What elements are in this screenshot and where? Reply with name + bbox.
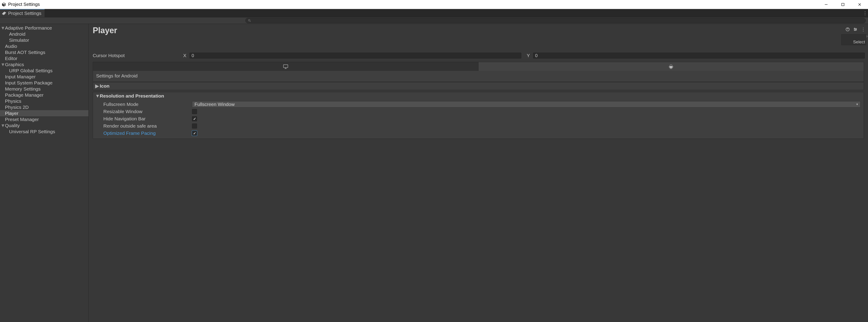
render-outside-safe-row: Render outside safe area [93,122,864,130]
preset-icon[interactable] [853,27,858,32]
sidebar-item-editor[interactable]: ▼Editor [0,55,88,62]
sidebar-item-label: Player [5,111,19,116]
foldout-resolution: ▼ Resolution and Presentation Fullscreen… [93,92,864,139]
foldout-icon: ▶ Icon [93,82,864,90]
sidebar-item-label: Package Manager [5,92,43,98]
sidebar-item-graphics[interactable]: ▼Graphics [0,62,88,68]
texture-select-button[interactable]: Select [841,34,866,45]
chevron-down-icon: ▼ [1,123,5,128]
sidebar-item-physics[interactable]: ▼Physics [0,98,88,104]
svg-rect-21 [669,66,670,68]
hide-nav-bar-label: Hide Navigation Bar [103,116,192,121]
x-axis-label: X [183,53,189,58]
tab-project-settings[interactable]: Project Settings [0,9,44,17]
platform-tab-desktop[interactable] [93,62,478,71]
sidebar-item-input-manager[interactable]: ▼Input Manager [0,74,88,80]
android-icon [668,64,674,69]
fullscreen-mode-dropdown[interactable]: Fullscreen Window ▼ [192,101,861,107]
sidebar-item-android[interactable]: Android [0,31,88,37]
svg-rect-24 [672,68,672,69]
sidebar-item-preset-manager[interactable]: ▼Preset Manager [0,116,88,122]
platform-tab-android[interactable] [478,62,864,71]
sidebar-item-label: Input Manager [5,74,35,79]
sidebar-item-adaptive-performance[interactable]: ▼Adaptive Performance [0,25,88,31]
sidebar-item-label: Memory Settings [5,86,41,92]
sidebar-item-label: Physics [5,99,21,104]
settings-category-sidebar[interactable]: ▼Adaptive PerformanceAndroidSimulator▼Au… [0,24,89,322]
tab-label: Project Settings [8,11,41,16]
gear-icon [2,11,6,15]
hide-nav-bar-checkbox[interactable] [192,116,197,121]
sidebar-item-label: Simulator [9,37,29,43]
sidebar-item-label: Universal RP Settings [9,129,55,134]
sidebar-item-label: Adaptive Performance [5,25,52,31]
foldout-resolution-title: Resolution and Presentation [100,93,164,99]
help-icon[interactable] [845,27,850,32]
resizable-window-checkbox[interactable] [192,109,197,114]
sidebar-item-player[interactable]: ▼Player [0,110,88,116]
sidebar-item-urp-global-settings[interactable]: URP Global Settings [0,68,88,74]
sidebar-item-label: Physics 2D [5,105,29,110]
sidebar-item-quality[interactable]: ▼Quality [0,122,88,129]
window-close-button[interactable] [851,0,868,9]
svg-point-16 [855,30,855,31]
settings-search-field[interactable] [245,18,866,23]
svg-point-7 [248,20,250,21]
resizable-window-row: Resizable Window [93,108,864,115]
settings-search-input[interactable] [252,19,863,22]
settings-for-label: Settings for Android [96,73,861,81]
render-outside-safe-label: Render outside safe area [103,123,192,129]
foldout-resolution-header[interactable]: ▼ Resolution and Presentation [93,92,864,100]
sidebar-item-label: Android [9,31,25,37]
cursor-hotspot-x-input[interactable] [189,52,521,59]
sidebar-item-burst-aot-settings[interactable]: ▼Burst AOT Settings [0,49,88,55]
chevron-down-icon: ▼ [95,93,98,99]
svg-rect-17 [283,65,288,68]
overflow-menu-icon[interactable]: ⋮ [861,27,865,32]
sidebar-item-audio[interactable]: ▼Audio [0,43,88,49]
svg-rect-22 [673,66,673,68]
svg-line-8 [250,21,251,22]
fullscreen-mode-label: Fullscreen Mode [103,102,192,107]
cursor-hotspot-y-input[interactable] [533,52,865,59]
desktop-icon [283,64,288,70]
cursor-hotspot-label: Cursor Hotspot [93,53,183,58]
optimized-frame-pacing-checkbox[interactable] [192,131,197,136]
sidebar-item-label: Audio [5,44,17,49]
sidebar-item-label: Quality [5,123,20,128]
sidebar-item-package-manager[interactable]: ▼Package Manager [0,92,88,98]
svg-point-15 [856,29,857,30]
sidebar-item-label: Editor [5,56,18,61]
unity-icon [1,2,6,7]
foldout-icon-title: Icon [100,83,110,89]
svg-rect-4 [842,3,844,6]
sidebar-item-label: URP Global Settings [9,68,53,73]
svg-point-14 [854,28,855,29]
chevron-down-icon: ▼ [856,103,859,106]
foldout-icon-header[interactable]: ▶ Icon [93,82,864,90]
os-window-title: Project Settings [8,2,40,7]
sidebar-item-memory-settings[interactable]: ▼Memory Settings [0,86,88,92]
window-maximize-button[interactable] [835,0,851,9]
sidebar-item-universal-rp-settings[interactable]: Universal RP Settings [0,129,88,135]
optimized-frame-pacing-label: Optimized Frame Pacing [103,131,192,136]
optimized-frame-pacing-row: Optimized Frame Pacing [93,130,864,137]
settings-content-pane: Player ⋮ Select [89,24,868,322]
sidebar-item-label: Preset Manager [5,117,39,122]
sidebar-item-label: Input System Package [5,80,53,85]
render-outside-safe-checkbox[interactable] [192,123,197,129]
search-icon [248,19,251,22]
tabbar-overflow-menu[interactable]: ⋮ [863,9,868,17]
sidebar-item-input-system-package[interactable]: ▼Input System Package [0,80,88,86]
window-minimize-button[interactable] [818,0,835,9]
sidebar-item-physics-2d[interactable]: ▼Physics 2D [0,104,88,110]
fullscreen-mode-row: Fullscreen Mode Fullscreen Window ▼ [93,101,864,108]
chevron-right-icon: ▶ [95,83,98,89]
sidebar-item-simulator[interactable]: Simulator [0,37,88,43]
svg-rect-20 [670,66,672,68]
select-button-label: Select [853,39,865,44]
svg-rect-23 [670,68,671,69]
chevron-down-icon: ▼ [1,62,5,67]
cursor-hotspot-row: Cursor Hotspot X Y [89,52,868,59]
hide-nav-bar-row: Hide Navigation Bar [93,115,864,122]
